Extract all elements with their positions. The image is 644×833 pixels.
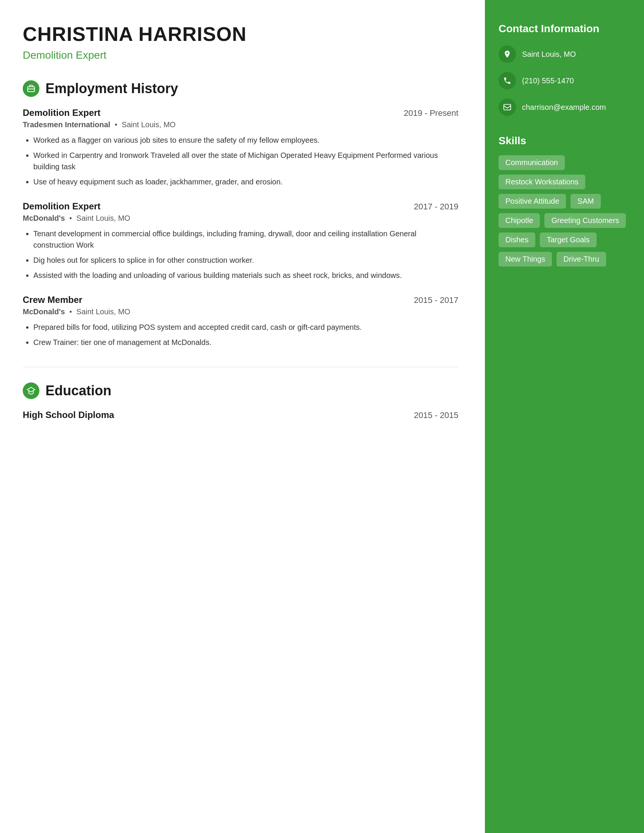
contact-title: Contact Information [499, 23, 630, 35]
employment-title: Employment History [45, 80, 178, 96]
job-bullet: Use of heavy equipment such as loader, j… [33, 176, 458, 187]
education-icon [23, 383, 39, 399]
email-text: charrison@example.com [522, 102, 606, 113]
skill-tag: Positive Attitude [499, 194, 566, 209]
contact-email: charrison@example.com [499, 98, 630, 116]
job-company: McDonald's • Saint Louis, MO [23, 307, 458, 316]
main-content: CHRISTINA HARRISON Demolition Expert Emp… [0, 0, 485, 833]
skill-tag: Greeting Customers [544, 213, 626, 228]
job-dates: 2015 - 2017 [414, 295, 458, 305]
contact-section: Contact Information Saint Louis, MO (210… [499, 23, 630, 116]
edu-dates: 2015 - 2015 [414, 410, 458, 420]
job-bullet: Crew Trainer: tier one of management at … [33, 337, 458, 348]
job-dates: 2017 - 2019 [414, 202, 458, 212]
job-header: Crew Member2015 - 2017 [23, 294, 458, 305]
email-icon [499, 98, 516, 116]
job-bullet: Prepared bills for food, utilizing POS s… [33, 322, 458, 333]
job-bullets: Tenant development in commercial office … [23, 228, 458, 281]
location-text: Saint Louis, MO [522, 49, 576, 60]
contact-location: Saint Louis, MO [499, 45, 630, 63]
phone-icon [499, 72, 516, 89]
skill-tag: Drive-Thru [557, 252, 606, 267]
job-title: Crew Member [23, 294, 82, 305]
employment-section-header: Employment History [23, 80, 458, 97]
skills-title: Skills [499, 135, 630, 147]
job-company: McDonald's • Saint Louis, MO [23, 214, 458, 223]
phone-text: (210) 555-1470 [522, 76, 574, 86]
resume-title: Demolition Expert [23, 49, 458, 61]
section-divider [23, 367, 458, 367]
skill-tag: Target Goals [540, 233, 596, 247]
job-entry: Demolition Expert2017 - 2019McDonald's •… [23, 201, 458, 281]
job-bullet: Worked in Carpentry and Ironwork Travele… [33, 150, 458, 172]
jobs-container: Demolition Expert2019 - PresentTradesmen… [23, 108, 458, 348]
job-bullet: Tenant development in commercial office … [33, 228, 458, 251]
skill-tag: Chipotle [499, 213, 540, 228]
edu-container: High School Diploma2015 - 2015 [23, 410, 458, 420]
edu-degree: High School Diploma [23, 410, 114, 420]
job-bullet: Worked as a flagger on various job sites… [33, 134, 458, 146]
skill-tag: Restock Workstations [499, 175, 585, 189]
job-title: Demolition Expert [23, 108, 100, 118]
job-company: Tradesmen International • Saint Louis, M… [23, 121, 458, 129]
education-section-header: Education [23, 383, 458, 399]
employment-icon [23, 80, 39, 97]
job-entry: Crew Member2015 - 2017McDonald's • Saint… [23, 294, 458, 348]
skill-tag: Dishes [499, 233, 535, 247]
job-header: Demolition Expert2019 - Present [23, 108, 458, 118]
job-header: Demolition Expert2017 - 2019 [23, 201, 458, 212]
skills-section: Skills CommunicationRestock Workstations… [499, 135, 630, 267]
education-title: Education [45, 383, 111, 399]
employment-section: Employment History Demolition Expert2019… [23, 80, 458, 348]
job-entry: Demolition Expert2019 - PresentTradesmen… [23, 108, 458, 187]
svg-point-2 [507, 52, 509, 54]
edu-entry: High School Diploma2015 - 2015 [23, 410, 458, 420]
skill-tag: Communication [499, 155, 565, 170]
job-bullet: Assisted with the loading and unloading … [33, 270, 458, 281]
job-bullets: Worked as a flagger on various job sites… [23, 134, 458, 187]
svg-rect-3 [504, 105, 510, 110]
education-section: Education High School Diploma2015 - 2015 [23, 383, 458, 420]
skill-tag: SAM [570, 194, 601, 209]
job-bullets: Prepared bills for food, utilizing POS s… [23, 322, 458, 348]
sidebar: Contact Information Saint Louis, MO (210… [485, 0, 644, 833]
resume-name: CHRISTINA HARRISON [23, 23, 458, 45]
job-bullet: Dig holes out for splicers to splice in … [33, 254, 458, 266]
location-icon [499, 45, 516, 63]
job-title: Demolition Expert [23, 201, 100, 212]
job-dates: 2019 - Present [404, 108, 458, 118]
contact-phone: (210) 555-1470 [499, 72, 630, 89]
skill-tag: New Things [499, 252, 552, 267]
skills-tags: CommunicationRestock WorkstationsPositiv… [499, 155, 630, 267]
